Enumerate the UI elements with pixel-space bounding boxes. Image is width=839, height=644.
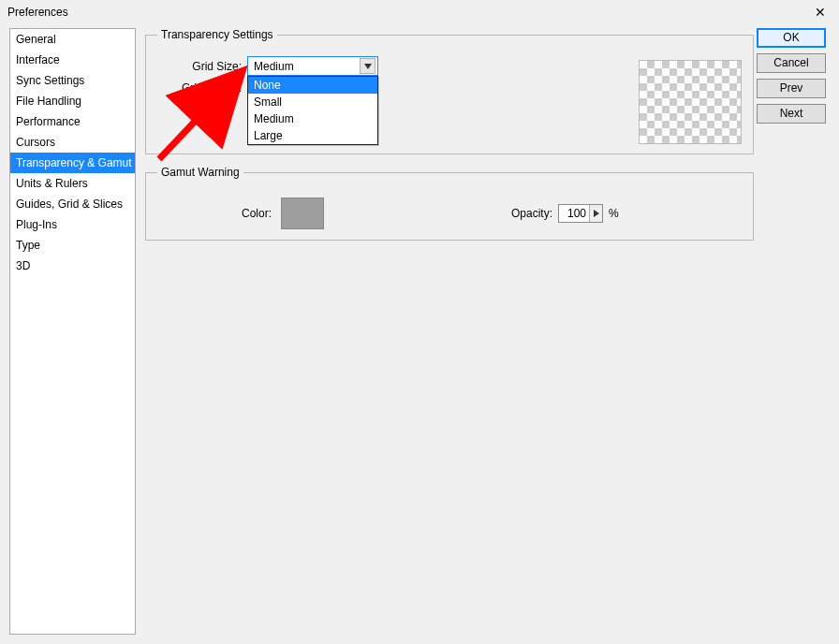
opacity-flyout-icon[interactable] <box>589 205 602 222</box>
prev-button[interactable]: Prev <box>757 79 826 98</box>
cancel-button[interactable]: Cancel <box>757 53 826 73</box>
grid-size-dropdown-list[interactable]: None Small Medium Large <box>247 76 378 145</box>
ok-button[interactable]: OK <box>757 28 826 48</box>
gamut-warning-group: Gamut Warning Color: Opacity: % <box>145 166 754 241</box>
category-sidebar: General Interface Sync Settings File Han… <box>9 28 136 635</box>
transparency-settings-group: Transparency Settings Grid Size: Medium … <box>145 28 754 154</box>
sidebar-item-transparency-gamut[interactable]: Transparency & Gamut <box>10 153 135 173</box>
gamut-color-swatch[interactable] <box>281 198 324 229</box>
grid-colors-label: Grid Colors: <box>157 81 242 95</box>
sidebar-item-units-rulers[interactable]: Units & Rulers <box>10 173 135 194</box>
sidebar-item-3d[interactable]: 3D <box>10 256 135 276</box>
sidebar-item-file-handling[interactable]: File Handling <box>10 91 135 111</box>
grid-size-option-small[interactable]: Small <box>248 94 377 110</box>
close-icon[interactable]: ✕ <box>809 2 832 22</box>
grid-size-value: Medium <box>254 60 294 73</box>
transparency-preview <box>639 60 742 144</box>
sidebar-item-guides-grid-slices[interactable]: Guides, Grid & Slices <box>10 194 135 214</box>
grid-size-option-medium[interactable]: Medium <box>248 110 377 127</box>
gamut-legend: Gamut Warning <box>157 166 243 179</box>
transparency-legend: Transparency Settings <box>157 28 277 41</box>
next-button[interactable]: Next <box>757 104 826 124</box>
grid-size-option-none[interactable]: None <box>248 77 377 94</box>
gamut-opacity-input[interactable] <box>559 205 589 222</box>
sidebar-item-sync-settings[interactable]: Sync Settings <box>10 70 135 91</box>
sidebar-item-general[interactable]: General <box>10 29 135 50</box>
grid-size-dropdown[interactable]: Medium <box>247 56 378 76</box>
gamut-opacity-suffix: % <box>609 207 619 220</box>
gamut-color-label: Color: <box>242 207 272 220</box>
grid-size-label: Grid Size: <box>157 60 242 73</box>
sidebar-item-type[interactable]: Type <box>10 235 135 256</box>
sidebar-item-plug-ins[interactable]: Plug-Ins <box>10 214 135 235</box>
grid-size-option-large[interactable]: Large <box>248 127 377 144</box>
sidebar-item-cursors[interactable]: Cursors <box>10 132 135 153</box>
sidebar-item-interface[interactable]: Interface <box>10 50 135 70</box>
gamut-opacity-label: Opacity: <box>511 207 552 220</box>
window-title: Preferences <box>7 6 68 19</box>
sidebar-item-performance[interactable]: Performance <box>10 111 135 132</box>
chevron-down-icon <box>360 58 375 74</box>
